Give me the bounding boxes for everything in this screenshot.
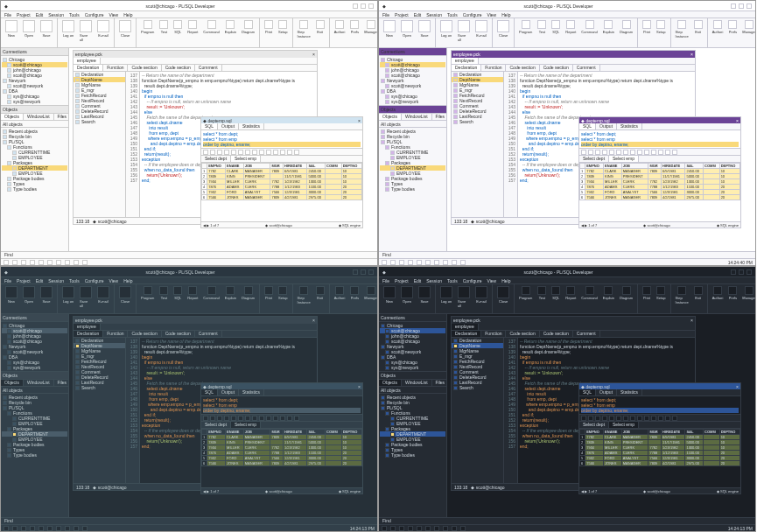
ribbon-step instance-button[interactable]: Step Instance: [296, 19, 312, 39]
ribbon-print-button[interactable]: Print: [263, 285, 275, 301]
menu-session[interactable]: Session: [426, 12, 442, 17]
ribbon-diagram-button[interactable]: Diagram: [618, 285, 634, 301]
ribbon-test-button[interactable]: Test: [158, 19, 170, 35]
status-icon-5[interactable]: [47, 260, 53, 265]
ribbon-new-button[interactable]: New: [4, 19, 19, 38]
sql-source[interactable]: select * from dept;select * from emporde…: [201, 396, 362, 415]
ribbon-open-button[interactable]: Open: [21, 19, 37, 38]
editor-section-tab[interactable]: Comment: [195, 331, 222, 337]
sql-tool-6-icon[interactable]: [623, 150, 628, 155]
editor-file-tab[interactable]: employee: [74, 324, 101, 330]
sql-tool-13-icon[interactable]: [294, 416, 299, 421]
sql-tool-5-icon[interactable]: [616, 416, 621, 421]
sql-tool-8-icon[interactable]: [259, 416, 264, 421]
objects-tab-windowlist[interactable]: WindowList: [24, 114, 54, 120]
sql-tool-12-icon[interactable]: [665, 416, 670, 421]
editor-section-tab[interactable]: Code section: [506, 65, 539, 71]
ribbon-print-button[interactable]: Print: [641, 19, 653, 35]
grid-row[interactable]: 67566JONESMANAGER78394/2/19812975.0020: [202, 461, 362, 466]
sql-titlebar[interactable]: ◆ deptemp.sql×: [579, 383, 740, 389]
objects-tab-windowlist[interactable]: WindowList: [24, 380, 54, 386]
sql-tool-12-icon[interactable]: [287, 150, 292, 155]
sql-tool-8-icon[interactable]: [259, 150, 264, 155]
ribbon-sql-button[interactable]: SQL: [172, 19, 184, 35]
status-icon-4[interactable]: [39, 526, 44, 531]
sql-result-tab[interactable]: Select dept: [201, 422, 231, 428]
editor-section-tab[interactable]: Function: [481, 65, 506, 71]
sql-tool-11-icon[interactable]: [280, 150, 285, 155]
menu-session[interactable]: Session: [426, 278, 442, 283]
sql-tool-6-icon[interactable]: [623, 416, 628, 421]
sql-tool-5-icon[interactable]: [616, 150, 621, 155]
ribbon-close-button[interactable]: Close: [117, 285, 133, 304]
sql-tab-output[interactable]: Output: [218, 389, 239, 396]
menu-view[interactable]: View: [109, 278, 118, 283]
sql-titlebar[interactable]: ◆ deptemp.sql×: [579, 117, 740, 123]
sql-result-grid[interactable]: EMPNOENAMEJOBMGRHIREDATESALCOMMDEPTNO177…: [579, 429, 740, 487]
object-item[interactable]: Type bodies: [2, 186, 67, 192]
sql-tool-11-icon[interactable]: [280, 416, 285, 421]
menu-tools[interactable]: Tools: [69, 12, 80, 17]
sql-tool-9-icon[interactable]: [644, 416, 649, 421]
menu-edit[interactable]: Edit: [36, 278, 44, 283]
menu-project[interactable]: Project: [17, 278, 31, 283]
sql-tool-10-icon[interactable]: [273, 150, 278, 155]
sql-tool-2-icon[interactable]: [595, 416, 600, 421]
maximize-button[interactable]: [361, 270, 366, 275]
status-icon-7[interactable]: [443, 260, 448, 265]
sql-tool-2-icon[interactable]: [595, 150, 600, 155]
status-icon-3[interactable]: [408, 260, 413, 265]
ribbon-log on-button[interactable]: Log on: [438, 285, 454, 309]
sql-result-tab[interactable]: Select emp: [231, 156, 261, 162]
editor-section-tab[interactable]: Code section: [540, 65, 573, 71]
ribbon-sql-button[interactable]: SQL: [550, 285, 562, 301]
objects-filter[interactable]: All objects: [379, 387, 446, 394]
sql-tool-2-icon[interactable]: [217, 150, 222, 155]
menu-project[interactable]: Project: [395, 12, 409, 17]
objects-tab-objects[interactable]: Objects: [1, 380, 24, 386]
status-icon-0[interactable]: [382, 526, 387, 531]
sql-tab-sql[interactable]: SQL: [201, 389, 218, 396]
editor-close-icon[interactable]: ×: [690, 52, 693, 57]
menu-project[interactable]: Project: [395, 278, 409, 283]
sql-tool-9-icon[interactable]: [266, 150, 271, 155]
ribbon-prefs-button[interactable]: Prefs: [726, 285, 739, 301]
menu-tools[interactable]: Tools: [447, 12, 458, 17]
objects-filter[interactable]: All objects: [379, 121, 446, 128]
ribbon-diagram-button[interactable]: Diagram: [618, 19, 634, 35]
sql-tool-9-icon[interactable]: [644, 150, 649, 155]
sql-source[interactable]: select * from dept;select * from emporde…: [579, 130, 740, 149]
sql-tool-10-icon[interactable]: [651, 150, 656, 155]
editor-titlebar[interactable]: employee.pck×: [74, 317, 317, 324]
close-button[interactable]: [746, 270, 752, 275]
sql-tool-8-icon[interactable]: [637, 150, 642, 155]
status-icon-8[interactable]: [452, 260, 457, 265]
sql-result-tab[interactable]: Select emp: [231, 422, 261, 428]
ribbon-manage-button[interactable]: Manage: [740, 285, 756, 301]
grid-row[interactable]: 67566JONESMANAGER78394/2/19812975.0020: [580, 195, 740, 200]
ribbon-e-mail-button[interactable]: E-mail: [95, 19, 111, 43]
menu-edit[interactable]: Edit: [414, 12, 422, 17]
sql-tab-sql[interactable]: SQL: [201, 123, 218, 130]
status-icon-4[interactable]: [417, 526, 422, 531]
objects-tab-objects[interactable]: Objects: [1, 114, 24, 120]
connection-item[interactable]: sys@newyork: [2, 99, 67, 104]
grid-row[interactable]: 67566JONESMANAGER78394/2/19812975.0020: [202, 195, 362, 200]
menu-help[interactable]: Help: [123, 278, 132, 283]
status-icon-1[interactable]: [390, 526, 396, 531]
status-icon-3[interactable]: [30, 526, 35, 531]
sql-tab-output[interactable]: Output: [596, 389, 617, 396]
status-icon-3[interactable]: [408, 526, 413, 531]
sql-titlebar[interactable]: ◆ deptemp.sql×: [201, 117, 362, 123]
ribbon-program-button[interactable]: Program: [139, 19, 156, 35]
sql-tool-7-icon[interactable]: [630, 416, 635, 421]
sql-tool-7-icon[interactable]: [252, 416, 257, 421]
ribbon-test-button[interactable]: Test: [536, 19, 548, 35]
sql-tool-7-icon[interactable]: [252, 150, 257, 155]
minimize-button[interactable]: [353, 4, 358, 9]
status-icon-1[interactable]: [12, 526, 18, 531]
ribbon-setup-button[interactable]: Setup: [655, 285, 667, 301]
sql-tab-statistics[interactable]: Statistics: [239, 123, 264, 130]
editor-file-tab[interactable]: employee: [74, 58, 101, 64]
ribbon-diagram-button[interactable]: Diagram: [240, 285, 256, 301]
